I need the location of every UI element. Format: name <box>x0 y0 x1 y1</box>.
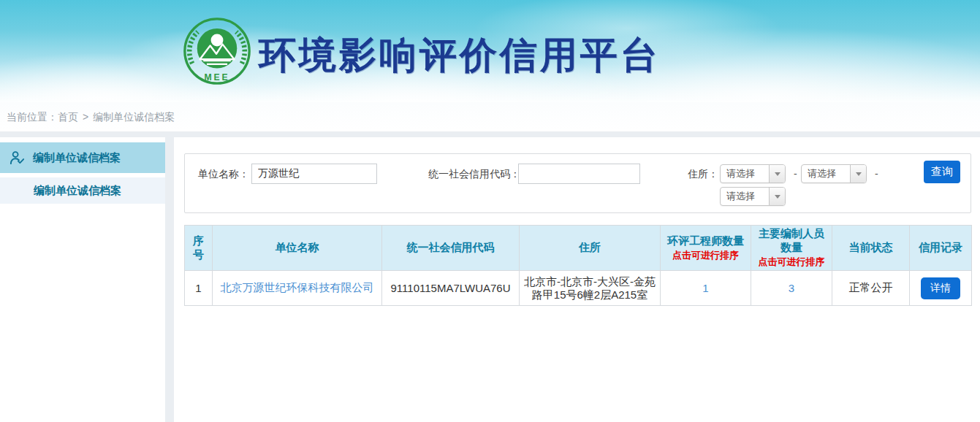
site-header: MEE 环境影响评价信用平台 <box>0 0 980 102</box>
address-label: 住所： <box>688 164 718 184</box>
credit-code-label: 统一社会信用代码： <box>428 164 520 184</box>
logo-text: MEE <box>205 72 230 83</box>
table-row: 1 北京万源世纪环保科技有限公司 91110115MA7LWUA76U 北京市-… <box>185 271 972 306</box>
header-staff-count-label: 主要编制人员数量 <box>759 227 824 253</box>
sidebar: 编制单位诚信档案 编制单位诚信档案 <box>0 137 165 422</box>
content-area: 编制单位诚信档案 编制单位诚信档案 单位名称： 统一社会信用代码： 住所： 请选… <box>0 137 980 422</box>
address-dash-1: - <box>794 164 797 184</box>
header-current-status: 当前状态 <box>832 226 910 271</box>
cell-index: 1 <box>185 271 213 306</box>
city-select-value: 请选择 <box>802 165 850 183</box>
district-select-value: 请选择 <box>721 188 769 205</box>
cell-address: 北京市-北京市-大兴区-金苑路甲15号6幢2层A215室 <box>520 271 661 306</box>
page-title: 环境影响评价信用平台 <box>259 31 661 81</box>
province-select[interactable]: 请选择 <box>720 164 786 183</box>
company-name-input[interactable] <box>251 164 377 184</box>
chevron-down-icon <box>775 172 780 176</box>
breadcrumb-current: 编制单位诚信档案 <box>93 111 175 123</box>
address-dash-2: - <box>875 164 878 184</box>
detail-button[interactable]: 详情 <box>921 277 960 299</box>
header-address: 住所 <box>520 226 661 271</box>
district-select-arrow-button[interactable] <box>769 188 785 205</box>
engineer-count-link[interactable]: 1 <box>702 282 708 294</box>
header-index: 序号 <box>185 226 213 271</box>
header-staff-count-sortable[interactable]: 主要编制人员数量 点击可进行排序 <box>751 226 832 271</box>
chevron-down-icon <box>775 195 780 199</box>
company-name-link[interactable]: 北京万源世纪环保科技有限公司 <box>221 281 374 294</box>
province-select-value: 请选择 <box>721 165 769 183</box>
header-engineer-count-label: 环评工程师数量 <box>667 234 744 247</box>
breadcrumb-home-link[interactable]: 首页 <box>58 111 78 123</box>
district-select[interactable]: 请选择 <box>720 187 786 206</box>
header-engineer-count-sortable[interactable]: 环评工程师数量 点击可进行排序 <box>661 226 751 271</box>
breadcrumb-separator: > <box>83 111 88 123</box>
sidebar-item-unit-credit-archive[interactable]: 编制单位诚信档案 <box>0 142 165 173</box>
chevron-down-icon <box>856 172 862 176</box>
header-credit-code: 统一社会信用代码 <box>382 226 520 271</box>
sidebar-item-label: 编制单位诚信档案 <box>33 151 121 165</box>
breadcrumb-prefix: 当前位置： <box>7 111 58 123</box>
main-panel: 单位名称： 统一社会信用代码： 住所： 请选择 - 请选择 - 请选择 查询 <box>174 137 980 422</box>
divider <box>0 131 980 137</box>
cell-credit-code: 91110115MA7LWUA76U <box>382 271 520 306</box>
sort-hint: 点击可进行排序 <box>664 249 748 262</box>
credit-code-input[interactable] <box>518 164 640 184</box>
city-select-arrow-button[interactable] <box>850 165 866 183</box>
sidebar-subitem-unit-credit-archive[interactable]: 编制单位诚信档案 <box>0 177 165 204</box>
sort-hint: 点击可进行排序 <box>754 256 829 269</box>
results-table: 序号 单位名称 统一社会信用代码 住所 环评工程师数量 点击可进行排序 主要编制… <box>184 225 972 306</box>
header-company-name: 单位名称 <box>213 226 382 271</box>
table-header-row: 序号 单位名称 统一社会信用代码 住所 环评工程师数量 点击可进行排序 主要编制… <box>185 226 972 271</box>
city-select[interactable]: 请选择 <box>801 164 867 183</box>
search-form: 单位名称： 统一社会信用代码： 住所： 请选择 - 请选择 - 请选择 查询 <box>184 153 971 213</box>
company-name-label: 单位名称： <box>198 164 249 184</box>
mee-logo-icon: MEE <box>183 17 251 85</box>
cell-current-status: 正常公开 <box>832 271 910 306</box>
province-select-arrow-button[interactable] <box>769 165 785 183</box>
header-credit-record: 信用记录 <box>910 226 972 271</box>
person-check-icon <box>9 150 26 166</box>
query-button[interactable]: 查询 <box>924 161 960 183</box>
sidebar-divider <box>165 137 174 422</box>
sidebar-subitem-label: 编制单位诚信档案 <box>34 184 121 198</box>
breadcrumb: 当前位置：首页>编制单位诚信档案 <box>0 102 980 131</box>
staff-count-link[interactable]: 3 <box>789 282 794 294</box>
